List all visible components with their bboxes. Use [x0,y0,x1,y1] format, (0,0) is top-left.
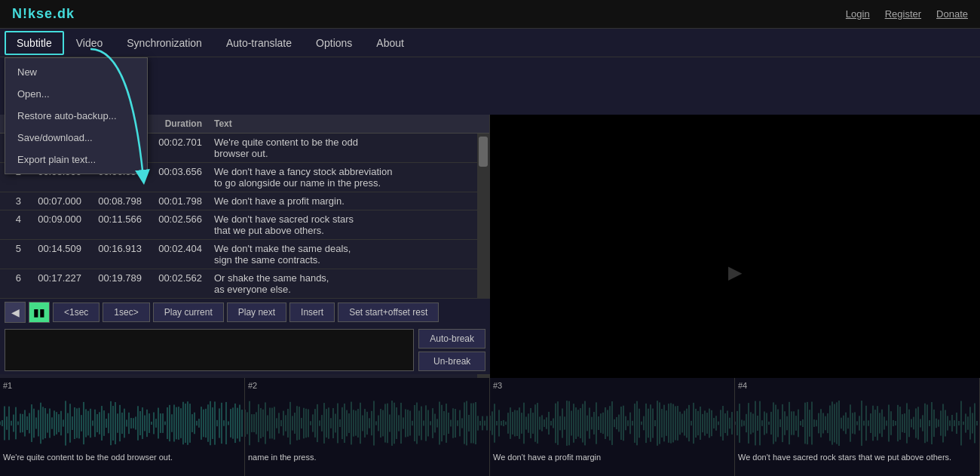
cell-text: We don't have a profit margin. [208,192,477,210]
prev-sec-button[interactable]: <1sec [53,302,100,322]
subtitle-text-editor[interactable] [5,329,414,371]
col-header-text: Text [208,115,477,133]
waveform-segment-3: #3 We don't have a profit margin [490,378,735,476]
playback-icon-row: ◀ ▮▮ <1sec 1sec> Play current Play next … [0,299,490,326]
header: N!kse.dk Login Register Donate [0,0,980,29]
table-row[interactable]: 3 00:07.000 00:08.798 00:01.798 We don't… [0,192,477,210]
cell-text: Or shake the same hands, as everyone els… [208,269,477,298]
cell-text: We're quite content to be the odd browse… [208,134,477,162]
cell-start: 00:09.000 [27,210,87,228]
set-start-button[interactable]: Set start+offset rest [338,302,439,322]
editor-area: ◀ ▮▮ <1sec 1sec> Play current Play next … [0,299,490,374]
logo: N!kse.dk [12,6,75,22]
cell-end: 00:16.913 [87,240,148,257]
cell-dur: 00:02.562 [148,269,208,287]
cell-text: We don't have sacred rock stars that we … [208,210,477,239]
menu-open[interactable]: Open... [5,83,147,105]
cell-num: 4 [0,210,27,228]
prev-button[interactable]: ◀ [5,302,26,323]
pause-button[interactable]: ▮▮ [29,302,50,323]
navbar: Subtitle Video Synchronization Auto-tran… [0,29,980,57]
cell-text: We don't make the same deals, sign the s… [208,240,477,269]
cell-start: 00:17.227 [27,269,87,287]
cell-dur: 00:02.566 [148,210,208,228]
nav-video[interactable]: Video [64,31,115,55]
cell-end: 00:19.789 [87,269,148,287]
cell-end: 00:08.798 [87,192,148,210]
insert-button[interactable]: Insert [289,302,335,322]
menu-restore[interactable]: Restore auto-backup... [5,105,147,127]
header-links: Login Register Donate [846,8,968,20]
waveform-canvas-3 [490,393,735,453]
cell-dur: 00:01.798 [148,192,208,210]
auto-break-button[interactable]: Auto-break [418,329,485,349]
waveform-label-2: #2 [248,381,257,390]
col-header-dur: Duration [148,115,208,133]
nav-subtitle[interactable]: Subtitle [5,31,64,55]
video-placeholder: ▶ [728,262,742,283]
cell-num: 3 [0,192,27,210]
waveform-label-1: #1 [3,381,12,390]
cell-start: 00:07.000 [27,192,87,210]
subtitle-dropdown: New Open... Restore auto-backup... Save/… [5,57,148,174]
cell-text: We don't have a fancy stock abbreviation… [208,163,477,192]
menu-export[interactable]: Export plain text... [5,149,147,170]
menu-save[interactable]: Save/download... [5,127,147,149]
menu-new[interactable]: New [5,61,147,83]
waveform-label-4: #4 [738,381,747,390]
text-editor-row: Auto-break Un-break [0,326,490,374]
nav-synchronization[interactable]: Synchronization [115,31,214,55]
cell-end: 00:11.566 [87,210,148,228]
waveform-area: #1 We're quite content to be the odd bro… [0,378,980,476]
waveform-canvas-4 [735,393,980,453]
cell-dur: 00:02.404 [148,240,208,257]
waveform-segment-2: #2 We don't have a fancy stock abbreviat… [245,378,490,476]
waveform-canvas-2 [245,393,490,453]
play-current-button[interactable]: Play current [153,302,224,322]
waveform-segment-1: #1 We're quite content to be the odd bro… [0,378,245,476]
cell-dur: 00:02.701 [148,134,208,151]
col-header-scroll [477,115,489,133]
donate-link[interactable]: Donate [936,8,968,20]
nav-options[interactable]: Options [304,31,364,55]
table-row[interactable]: 5 00:14.509 00:16.913 00:02.404 We don't… [0,240,477,269]
cell-start: 00:14.509 [27,240,87,257]
cell-num: 6 [0,269,27,287]
next-sec-button[interactable]: 1sec> [103,302,149,322]
table-row[interactable]: 4 00:09.000 00:11.566 00:02.566 We don't… [0,210,477,240]
register-link[interactable]: Register [885,8,921,20]
cell-num: 5 [0,240,27,257]
login-link[interactable]: Login [846,8,870,20]
waveform-segment-4: #4 We don't have sacred rock stars that … [735,378,980,476]
cell-dur: 00:03.656 [148,163,208,180]
un-break-button[interactable]: Un-break [418,352,485,371]
nav-auto-translate[interactable]: Auto-translate [214,31,304,55]
editor-buttons: Auto-break Un-break [418,329,485,371]
play-next-button[interactable]: Play next [227,302,286,322]
waveform-canvas-1 [0,393,245,453]
waveform-label-3: #3 [493,381,502,390]
table-row[interactable]: 6 00:17.227 00:19.789 00:02.562 Or shake… [0,269,477,299]
nav-about[interactable]: About [364,31,416,55]
scrollbar-thumb[interactable] [479,137,488,167]
logo-text: N!kse.dk [12,6,75,21]
